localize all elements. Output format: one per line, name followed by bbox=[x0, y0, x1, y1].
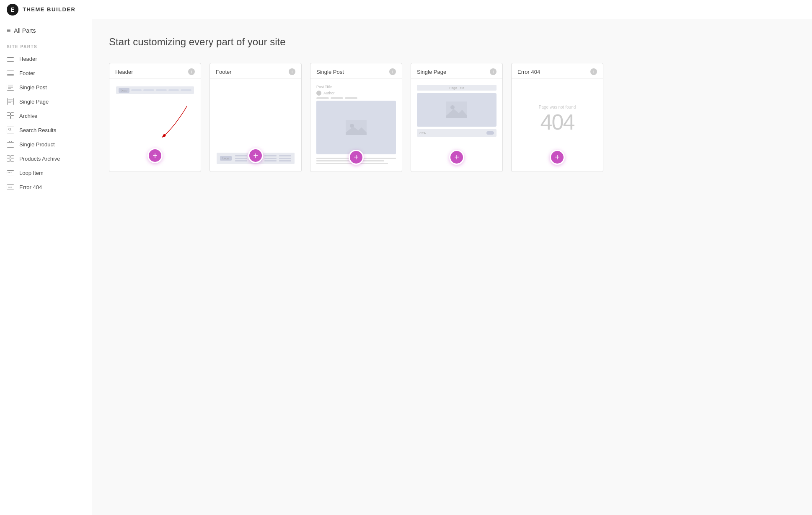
footer-line-4a bbox=[279, 155, 291, 156]
single-page-add-button[interactable]: + bbox=[449, 150, 464, 165]
svg-point-25 bbox=[8, 172, 9, 173]
footer-add-button[interactable]: + bbox=[248, 148, 263, 163]
preview-line-5 bbox=[181, 89, 191, 91]
topbar-logo: E bbox=[7, 4, 18, 16]
page-image-mountain-icon bbox=[446, 101, 467, 118]
sidebar-item-single-page[interactable]: Single Page + bbox=[0, 94, 92, 109]
svg-rect-22 bbox=[7, 159, 10, 162]
svg-rect-3 bbox=[7, 75, 14, 76]
svg-line-18 bbox=[10, 130, 12, 131]
single-page-icon bbox=[7, 98, 14, 105]
header-preview-logo: Logo bbox=[119, 88, 129, 93]
svg-rect-13 bbox=[11, 113, 14, 116]
post-avatar bbox=[316, 91, 321, 96]
main-title: Start customizing every part of your sit… bbox=[109, 36, 795, 48]
page-title-label: Page Title bbox=[449, 86, 464, 90]
footer-line-3c bbox=[264, 160, 277, 161]
footer-line-3a bbox=[264, 155, 277, 156]
post-title-label: Post Title bbox=[316, 85, 396, 89]
card-error-404-bar: Error 404 i bbox=[512, 63, 603, 79]
search-results-icon bbox=[7, 126, 14, 134]
card-error-404: Error 404 i Page was not found 404 + bbox=[511, 63, 603, 172]
svg-point-26 bbox=[9, 172, 10, 173]
card-single-post: Single Post i Post Title Author bbox=[310, 63, 402, 172]
layout-header-icon bbox=[7, 55, 14, 62]
card-header-body: Logo + bbox=[109, 79, 201, 172]
error-404-add-button[interactable]: + bbox=[550, 150, 565, 165]
preview-line-4 bbox=[168, 89, 179, 91]
sidebar-item-loop-item[interactable]: Loop Item + bbox=[0, 166, 92, 180]
svg-rect-8 bbox=[8, 98, 14, 105]
header-preview-topbar: Logo bbox=[116, 86, 194, 94]
preview-line-1 bbox=[131, 89, 142, 91]
sidebar-item-footer-label: Footer bbox=[19, 70, 35, 76]
card-single-post-body: Post Title Author bbox=[310, 79, 402, 172]
footer-line-1b bbox=[235, 158, 247, 159]
card-header-bar: Header i bbox=[109, 63, 201, 79]
sidebar-item-loop-item-label: Loop Item bbox=[19, 170, 44, 176]
single-product-icon bbox=[7, 140, 14, 148]
card-single-page-body: Page Title CTA bbox=[411, 79, 502, 172]
page-cta-label: CTA bbox=[419, 131, 426, 135]
sidebar-all-parts[interactable]: ≡ All Parts bbox=[0, 19, 92, 40]
footer-line-3b bbox=[264, 158, 277, 159]
footer-line-4c bbox=[279, 160, 291, 161]
svg-rect-23 bbox=[11, 159, 14, 162]
topbar-title: THEME BUILDER bbox=[23, 6, 75, 13]
sidebar-item-products-archive[interactable]: Products Archive + bbox=[0, 151, 92, 166]
card-header-title: Header bbox=[115, 69, 133, 75]
preview-line-2 bbox=[143, 89, 154, 91]
sidebar-item-header[interactable]: Header + bbox=[0, 52, 92, 66]
card-footer-title: Footer bbox=[216, 69, 232, 75]
post-image bbox=[316, 101, 396, 154]
sidebar-item-single-post-label: Single Post bbox=[19, 84, 47, 91]
sidebar-item-single-post[interactable]: Single Post + bbox=[0, 80, 92, 94]
layout: ≡ All Parts SITE PARTS Header + bbox=[0, 19, 812, 515]
error-not-found-label: Page was not found bbox=[539, 105, 576, 109]
svg-rect-15 bbox=[11, 116, 14, 119]
header-add-button[interactable]: + bbox=[147, 148, 163, 163]
sidebar-item-footer[interactable]: Footer + bbox=[0, 66, 92, 80]
footer-preview-logo: Logo bbox=[220, 156, 232, 161]
footer-col-4 bbox=[279, 155, 291, 161]
svg-point-17 bbox=[9, 128, 11, 130]
card-header-info[interactable]: i bbox=[188, 68, 195, 75]
sidebar-item-search-results[interactable]: Search Results + bbox=[0, 123, 92, 137]
page-cta-bar: CTA bbox=[417, 129, 497, 137]
sidebar-item-header-label: Header bbox=[19, 56, 37, 62]
single-post-add-button[interactable]: + bbox=[349, 150, 364, 165]
sidebar-item-single-page-label: Single Page bbox=[19, 99, 49, 105]
card-footer-bar: Footer i bbox=[210, 63, 301, 79]
all-parts-label: All Parts bbox=[14, 27, 36, 34]
card-error-404-info[interactable]: i bbox=[590, 68, 597, 75]
hamburger-icon: ≡ bbox=[7, 27, 10, 34]
post-meta-line-1 bbox=[316, 97, 329, 99]
page-cta-toggle bbox=[486, 131, 494, 135]
card-footer-body: Logo bbox=[210, 79, 301, 172]
archive-icon bbox=[7, 112, 14, 120]
card-single-post-title: Single Post bbox=[316, 69, 344, 75]
card-single-post-info[interactable]: i bbox=[389, 68, 396, 75]
post-author-label: Author bbox=[323, 91, 335, 95]
card-footer-info[interactable]: i bbox=[289, 68, 295, 75]
footer-line-4b bbox=[279, 158, 291, 159]
preview-line-3 bbox=[156, 89, 167, 91]
svg-rect-20 bbox=[7, 156, 10, 158]
sidebar-item-single-product[interactable]: Single Product + bbox=[0, 137, 92, 151]
products-archive-icon bbox=[7, 155, 14, 162]
sidebar-item-search-results-label: Search Results bbox=[19, 127, 56, 133]
svg-rect-21 bbox=[11, 156, 14, 158]
header-preview-lines bbox=[131, 89, 191, 91]
card-single-page-bar: Single Page i bbox=[411, 63, 502, 79]
post-meta-lines bbox=[316, 97, 396, 99]
page-title-bar: Page Title bbox=[417, 85, 497, 91]
svg-point-34 bbox=[450, 105, 455, 109]
svg-point-27 bbox=[11, 172, 12, 173]
sidebar-item-error-404-label: Error 404 bbox=[19, 184, 42, 190]
sidebar-item-archive[interactable]: Archive + bbox=[0, 109, 92, 123]
sidebar-item-error-404[interactable]: 404 Error 404 + bbox=[0, 180, 92, 194]
error-404-number: 404 bbox=[540, 111, 574, 133]
page-image bbox=[417, 93, 497, 127]
main-content: Start customizing every part of your sit… bbox=[92, 19, 812, 515]
card-single-page-info[interactable]: i bbox=[490, 68, 497, 75]
